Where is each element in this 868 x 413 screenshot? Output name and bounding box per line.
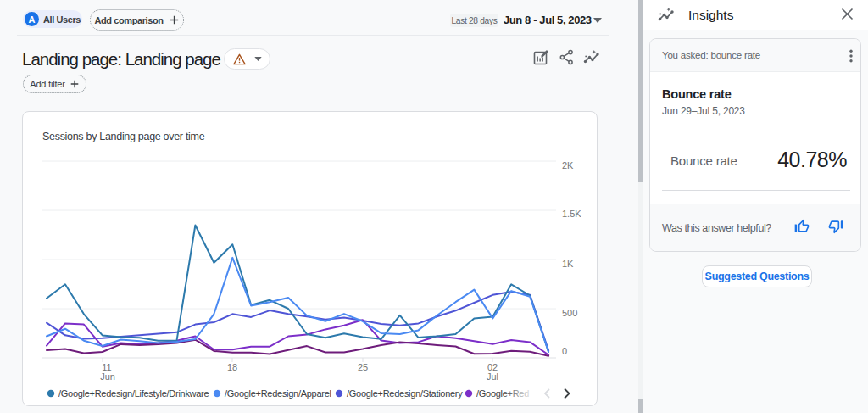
svg-text:25: 25 xyxy=(358,362,368,372)
svg-text:/Google+Redesign/Apparel: /Google+Redesign/Apparel xyxy=(225,388,331,399)
svg-text:Jun: Jun xyxy=(100,371,115,382)
svg-text:/Google+Red: /Google+Red xyxy=(476,388,529,399)
svg-text:/Google+Redesign/Lifestyle/Dri: /Google+Redesign/Lifestyle/Drinkware xyxy=(58,388,209,399)
svg-text:2K: 2K xyxy=(562,160,574,170)
svg-text:500: 500 xyxy=(562,308,577,318)
svg-text:Jul: Jul xyxy=(487,371,498,382)
svg-text:18: 18 xyxy=(227,362,237,372)
svg-text:1.5K: 1.5K xyxy=(562,209,581,219)
svg-text:0: 0 xyxy=(562,346,567,356)
svg-text:/Google+Redesign/Stationery: /Google+Redesign/Stationery xyxy=(347,388,463,399)
svg-text:1K: 1K xyxy=(562,259,574,269)
svg-text:Sessions by Landing page over: Sessions by Landing page over time xyxy=(42,131,205,142)
